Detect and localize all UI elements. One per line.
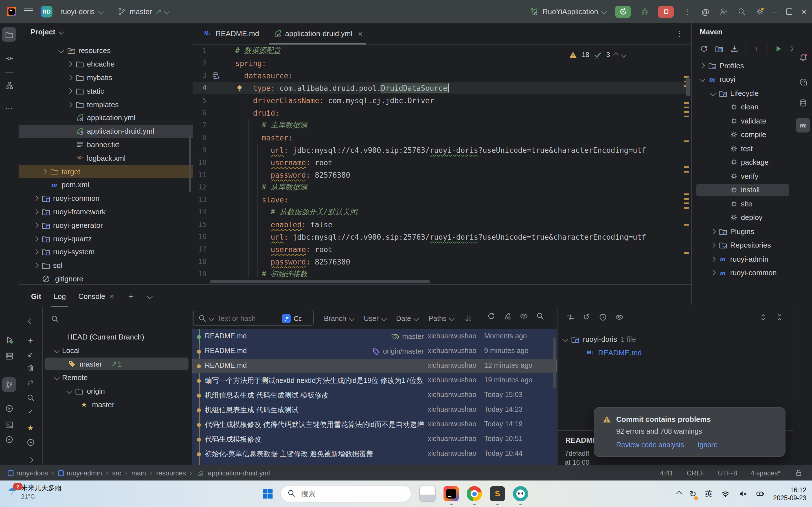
tab-application-druid.yml[interactable]: application-druid.yml× (266, 23, 370, 44)
cherry-pick-icon[interactable] (503, 311, 512, 320)
project-tree-item[interactable]: application-druid.yml (19, 125, 193, 138)
wifi-icon[interactable] (720, 489, 729, 498)
git-tool-chevron-left[interactable] (23, 314, 38, 328)
breadcrumb-item[interactable]: ruoyi-doris (8, 469, 48, 477)
git-tool-trash[interactable] (23, 361, 38, 375)
chrome-app-icon[interactable] (467, 486, 482, 501)
project-tree-item[interactable]: ruoyi-quartz (19, 232, 193, 245)
project-widget[interactable]: ruoyi-doris (60, 7, 102, 16)
weather-widget[interactable]: ☂2未来几天多雨21°C (8, 483, 62, 500)
branch-item[interactable]: ★master (42, 398, 192, 411)
project-tree-item[interactable]: ehcache (19, 58, 193, 71)
git-tool-add[interactable]: + (23, 333, 38, 347)
git-tool-compare-lr[interactable]: ⇄ (23, 376, 38, 389)
commit-row[interactable]: 代码生成模板修改 使得代码默认主键使用雪花算法的id而不是自动递增 因为xich… (192, 417, 557, 432)
new-tab-icon[interactable]: + (126, 292, 136, 300)
project-tree-item[interactable]: templates (19, 98, 193, 111)
regex-toggle[interactable]: .* (282, 314, 291, 323)
minimize-button[interactable]: – (773, 7, 777, 16)
review-code-analysis-link[interactable]: Review code analysis (616, 441, 684, 449)
project-tree-item[interactable]: target (19, 165, 193, 178)
ignore-link[interactable]: Ignore (697, 441, 717, 449)
project-tree-item[interactable]: static (19, 84, 193, 98)
volume-muted-icon[interactable] (738, 489, 747, 498)
history-icon[interactable] (598, 313, 607, 322)
breadcrumb-item[interactable]: resources (156, 469, 186, 477)
sidebar-item-run[interactable] (2, 332, 16, 347)
project-tree-item[interactable]: banner.txt (19, 138, 193, 152)
maven-tree-item[interactable]: Profiles (692, 59, 793, 72)
maven-tree-item[interactable]: Repositories (692, 238, 793, 252)
breadcrumb-item[interactable]: src (112, 469, 121, 477)
project-tree-item[interactable]: mybatis (19, 71, 193, 84)
maven-tree-item[interactable]: validate (692, 114, 793, 128)
commit-row[interactable]: 代码生成模板修改xichuanwushaoToday 10:51 (192, 432, 557, 447)
project-tree-item[interactable]: sql (19, 259, 193, 272)
git-tab-console[interactable]: Console× (78, 292, 114, 300)
commit-row[interactable]: 机组信息表生成 代码生成测试xichuanwushaoToday 14:23 (192, 403, 557, 417)
sidebar-item-project[interactable] (2, 27, 16, 42)
sidebar-item-problems[interactable] (2, 432, 16, 447)
branch-search-icon[interactable] (50, 314, 59, 323)
start-button[interactable] (263, 489, 273, 499)
project-tree-item[interactable]: </>logback.xml (19, 152, 193, 165)
right-stripe-ai-assistant[interactable] (796, 74, 810, 89)
maven-sync-icon[interactable] (699, 44, 708, 53)
git-tab-log[interactable]: Log (54, 292, 66, 300)
taskbar-search-input[interactable] (300, 489, 393, 498)
commit-row[interactable]: README.mdmasterxichuanwushaoMoments ago (192, 329, 557, 344)
commit-row[interactable]: 编写一个方法用于测试nextId nextId方法生成的id是19位 修改为17… (192, 373, 557, 388)
find-icon[interactable] (536, 311, 545, 320)
maven-tree-item[interactable]: site (692, 197, 793, 211)
project-tree-item[interactable]: ruoyi-system (19, 245, 193, 259)
maven-tree-item[interactable]: package (692, 155, 793, 169)
project-panel-header[interactable]: Project (19, 23, 193, 41)
match-case-toggle[interactable]: Cc (294, 315, 302, 322)
right-stripe-database[interactable] (796, 95, 810, 110)
editor-scrollbar-thumb[interactable] (686, 77, 690, 97)
git-tool-target[interactable] (23, 435, 38, 449)
commit-row[interactable]: README.mdorigin/masterxichuanwushao9 min… (192, 344, 557, 359)
git-tool-chevron-right[interactable] (23, 453, 38, 466)
datasource-gutter-icon[interactable] (211, 71, 220, 80)
expand-all-icon[interactable] (758, 313, 767, 322)
close-icon[interactable]: × (110, 292, 114, 300)
close-button[interactable]: × (801, 7, 806, 16)
editor-options-icon[interactable]: ⋮ (676, 29, 683, 38)
project-tree-item[interactable]: ruoyi-common (19, 192, 193, 205)
git-tool-arrow-sw[interactable]: ↙ (23, 347, 38, 361)
commit-row[interactable]: 机组信息表生成 代码生成测试 模板修改xichuanwushaoToday 15… (192, 388, 557, 403)
commit-search-field[interactable]: .*Cc (193, 311, 314, 326)
close-icon[interactable]: × (358, 29, 363, 38)
right-stripe-maven-tw[interactable]: m (796, 118, 810, 132)
chevron-down-icon[interactable] (621, 52, 627, 58)
explorer-app-icon[interactable] (419, 486, 436, 502)
changed-files-root[interactable]: ruoyi-doris1 file (563, 334, 636, 343)
editor[interactable]: M↓README.mdapplication-druid.yml×⋮1# 数据源… (193, 23, 691, 284)
breadcrumb-item[interactable]: main (131, 469, 146, 477)
hidden-icons-button[interactable] (676, 491, 682, 497)
branch-item[interactable]: Local (42, 343, 192, 357)
maven-run-green-icon[interactable] (774, 44, 783, 53)
right-stripe-notifications[interactable] (796, 50, 810, 65)
rollback-icon[interactable]: ↺ (582, 313, 591, 322)
collapse-all-icon[interactable] (775, 313, 784, 322)
project-tree-item[interactable]: resources (19, 44, 193, 58)
maven-tree-item[interactable]: mruoyi-admin (692, 252, 793, 266)
maven-tree-item[interactable]: mruoyi (692, 72, 793, 86)
maven-tree-item[interactable]: clean (692, 100, 793, 114)
search-icon[interactable] (737, 7, 746, 16)
maven-tree-item[interactable]: deploy (692, 211, 793, 224)
line-separator[interactable]: CRLF (687, 469, 704, 477)
sidebar-item-services[interactable] (2, 348, 16, 363)
sidebar-item-structure[interactable] (2, 78, 16, 93)
refresh-icon[interactable] (486, 311, 495, 320)
compare-icon[interactable] (565, 313, 575, 322)
sidebar-item-run-anything[interactable] (2, 401, 16, 416)
run-more-options-icon[interactable]: ⋮ (683, 7, 692, 16)
maven-download-icon[interactable] (729, 44, 739, 53)
ime-indicator[interactable]: 英 (705, 489, 712, 499)
eye-icon[interactable] (519, 311, 528, 320)
ai-assistant-icon[interactable]: @ (701, 7, 710, 16)
caret-position[interactable]: 4:41 (660, 469, 673, 477)
